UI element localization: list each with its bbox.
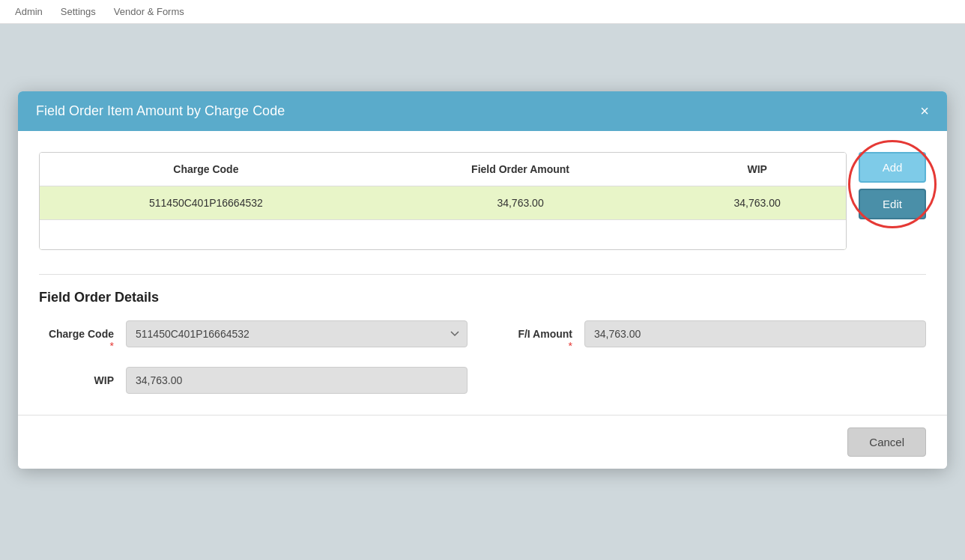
charge-code-label: Charge Code * xyxy=(39,320,114,352)
nav-vendor-forms[interactable]: Vendor & Forms xyxy=(114,6,184,17)
col-header-wip: WIP xyxy=(668,153,846,186)
nav-settings[interactable]: Settings xyxy=(61,6,96,17)
form-grid: Charge Code * 511450C401P16664532 F/I Am xyxy=(39,320,926,394)
top-nav: Admin Settings Vendor & Forms xyxy=(0,0,965,24)
charge-code-data-table: Charge Code Field Order Amount WIP 51145… xyxy=(40,153,846,250)
cell-field-order-amount: 34,763.00 xyxy=(372,186,669,219)
modal-dialog: Field Order Item Amount by Charge Code ×… xyxy=(18,91,947,469)
form-row-wip: WIP xyxy=(39,367,468,394)
add-button[interactable]: Add xyxy=(859,152,926,183)
cancel-button[interactable]: Cancel xyxy=(847,427,926,457)
col-header-charge-code: Charge Code xyxy=(40,153,372,186)
modal-overlay: Admin Settings Vendor & Forms Field Orde… xyxy=(0,0,965,560)
details-section: Field Order Details Charge Code * 511450… xyxy=(39,274,926,394)
details-title: Field Order Details xyxy=(39,290,926,305)
action-buttons-group: Add Edit xyxy=(859,152,926,219)
wip-label: WIP xyxy=(39,367,114,386)
table-row[interactable]: 511450C401P16664532 34,763.00 34,763.00 xyxy=(40,186,846,219)
fi-amount-label: F/I Amount * xyxy=(497,320,572,352)
wip-input[interactable] xyxy=(126,367,468,394)
fi-amount-required: * xyxy=(497,340,572,352)
nav-admin[interactable]: Admin xyxy=(15,6,43,17)
fi-amount-input-wrapper xyxy=(584,320,926,347)
modal-title: Field Order Item Amount by Charge Code xyxy=(36,103,285,119)
wip-input-wrapper xyxy=(126,367,468,394)
charge-code-select[interactable]: 511450C401P16664532 xyxy=(126,320,468,347)
charge-code-input-wrapper: 511450C401P16664532 xyxy=(126,320,468,347)
form-grid-empty xyxy=(497,367,926,394)
charge-code-required: * xyxy=(39,340,114,352)
cell-wip: 34,763.00 xyxy=(668,186,846,219)
edit-button[interactable]: Edit xyxy=(859,189,926,219)
modal-close-button[interactable]: × xyxy=(920,103,929,118)
modal-footer: Cancel xyxy=(18,415,947,469)
fi-amount-input[interactable] xyxy=(584,320,926,347)
table-section: Charge Code Field Order Amount WIP 51145… xyxy=(39,152,926,251)
empty-table-row xyxy=(40,219,846,249)
charge-code-table: Charge Code Field Order Amount WIP 51145… xyxy=(39,152,847,251)
modal-body: Charge Code Field Order Amount WIP 51145… xyxy=(18,131,947,416)
form-row-charge-code: Charge Code * 511450C401P16664532 xyxy=(39,320,468,352)
form-row-fi-amount: F/I Amount * xyxy=(497,320,926,352)
cell-charge-code: 511450C401P16664532 xyxy=(40,186,372,219)
modal-header: Field Order Item Amount by Charge Code × xyxy=(18,91,947,131)
col-header-field-order-amount: Field Order Amount xyxy=(372,153,669,186)
